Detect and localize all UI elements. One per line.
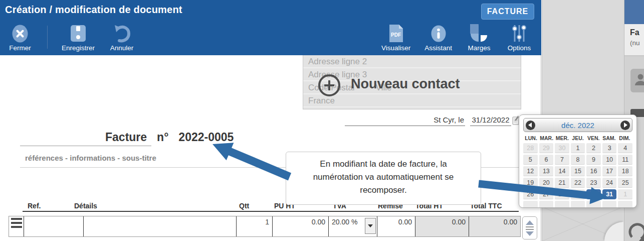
tva-dropdown-button[interactable] <box>365 218 376 234</box>
contact-sidebar-button[interactable] <box>630 69 644 92</box>
calendar-day[interactable]: 17 <box>602 166 617 176</box>
toolbar-separator <box>47 26 48 49</box>
dow-label: MER. <box>554 135 570 141</box>
close-button[interactable]: Fermer <box>7 24 33 52</box>
calendar-day[interactable]: 23 <box>586 178 601 188</box>
calendar-day[interactable] <box>555 201 569 208</box>
calendar-day[interactable]: 29 <box>539 143 554 153</box>
calendar-day[interactable]: 16 <box>586 166 601 176</box>
address-line2-field[interactable]: Adresse ligne 2 <box>303 55 521 68</box>
total-ht-cell: 0.00 <box>415 216 469 236</box>
calendar-day[interactable]: 5 <box>523 155 538 165</box>
new-contact-button[interactable]: Nouveau contact <box>303 73 522 105</box>
spinner-down-icon[interactable] <box>526 231 534 236</box>
calendar-day[interactable] <box>586 201 601 208</box>
doc-type-label: Facture <box>105 131 147 144</box>
remise-cell[interactable]: 0.00 <box>377 216 415 236</box>
calendar-day[interactable]: 7 <box>555 155 569 165</box>
calendar-day[interactable]: 10 <box>602 155 617 165</box>
calendar-day[interactable]: 8 <box>571 155 585 165</box>
calendar-day[interactable]: 22 <box>571 178 585 188</box>
invoice-date-input[interactable]: 31/12/2022 <box>470 115 511 126</box>
hint-tooltip: En modifiant la date de facture, la numé… <box>286 152 481 205</box>
dow-label: DIM. <box>617 135 632 141</box>
calendar-day[interactable]: 20 <box>539 178 554 188</box>
calendar-day[interactable] <box>602 201 617 208</box>
calendar-day[interactable]: 31 <box>602 189 617 199</box>
calendar-day[interactable]: 6 <box>539 155 554 165</box>
preview-button[interactable]: PDF Visualiser <box>381 24 410 52</box>
options-label: Options <box>508 44 531 52</box>
calendar-day[interactable] <box>523 201 538 208</box>
calendar-grid: 2829301234567891011121314151617181920212… <box>523 143 632 208</box>
calendar-day[interactable]: 2 <box>586 143 601 153</box>
calendar-day[interactable]: 1 <box>571 143 585 153</box>
calendar-day[interactable]: 1 <box>618 189 632 199</box>
calendar-day[interactable]: 18 <box>618 166 632 176</box>
options-button[interactable]: Options <box>506 24 532 52</box>
save-button[interactable]: Enregistrer <box>62 24 95 52</box>
preview-label: Visualiser <box>381 44 410 52</box>
dow-label: JEU. <box>570 135 585 141</box>
ref-cell[interactable] <box>24 216 83 236</box>
calendar-day[interactable]: 26 <box>523 189 538 199</box>
calendar-day[interactable]: 30 <box>555 143 569 153</box>
calendar-day[interactable]: 28 <box>555 189 569 199</box>
screen: Fa (nu Création / modification de docume… <box>0 0 644 241</box>
save-icon <box>70 24 87 43</box>
calendar-day[interactable]: 21 <box>555 178 569 188</box>
row-spinner[interactable] <box>522 216 537 239</box>
calendar-day[interactable]: 13 <box>539 166 554 176</box>
next-month-button[interactable] <box>620 120 630 130</box>
place-input[interactable]: St Cyr, le <box>345 115 465 126</box>
table-row: 1 0.00 20.00 % 0.00 0.00 0.00 <box>9 216 521 237</box>
tva-cell[interactable]: 20.00 % <box>328 216 377 236</box>
calendar-day[interactable]: 29 <box>571 189 585 199</box>
margins-button[interactable]: Marges <box>466 24 492 52</box>
calendar-day[interactable]: 25 <box>618 178 632 188</box>
undo-button[interactable]: Annuler <box>109 24 135 52</box>
dow-label: MAR. <box>539 135 554 141</box>
qtt-cell[interactable]: 1 <box>236 216 272 236</box>
calendar-day[interactable]: 14 <box>555 166 569 176</box>
spinner-up-icon[interactable] <box>526 220 534 225</box>
dow-label: VEN. <box>586 135 601 141</box>
assistant-button[interactable]: Assistant <box>424 24 452 52</box>
subtitle-input[interactable]: références - informations - sous-titre <box>25 154 156 162</box>
sidebar-info-panel: Fa (nu <box>624 24 644 55</box>
header-ref: Ref. <box>28 202 41 210</box>
new-contact-label: Nouveau contact <box>351 76 460 92</box>
calendar-day[interactable]: 19 <box>523 178 538 188</box>
calendar-day[interactable]: 15 <box>571 166 585 176</box>
calendar-day[interactable]: 28 <box>523 143 538 153</box>
doc-type-button[interactable]: FACTURE <box>481 4 534 20</box>
details-cell[interactable] <box>83 216 236 236</box>
drag-handle-icon[interactable] <box>9 218 24 228</box>
refresh-button[interactable] <box>628 223 644 241</box>
calendar-day[interactable] <box>571 201 585 208</box>
sidebar-header <box>624 0 644 24</box>
calendar-day[interactable]: 24 <box>602 178 617 188</box>
calendar-day[interactable]: 4 <box>618 143 632 153</box>
pu-ht-cell[interactable]: 0.00 <box>272 216 328 236</box>
dow-label: SAM. <box>601 135 617 141</box>
calendar-day[interactable]: 11 <box>618 155 632 165</box>
sidebar-title: Fa <box>630 28 639 37</box>
margins-label: Marges <box>468 44 490 52</box>
hint-text: En modifiant la date de facture, la numé… <box>286 152 481 204</box>
document-number: 2022-0005 <box>178 131 234 144</box>
calendar-month-label: déc. 2022 <box>561 121 594 130</box>
calendar-day[interactable]: 12 <box>523 166 538 176</box>
calendar-day[interactable] <box>618 201 632 208</box>
document-title[interactable]: Facture n° 2022-0005 <box>105 131 234 144</box>
document-editor-window: Création / modification de document FACT… <box>0 0 541 241</box>
pdf-icon: PDF <box>388 24 404 43</box>
calendar-day[interactable] <box>539 201 554 208</box>
calendar-day[interactable]: 9 <box>586 155 601 165</box>
calendar-day[interactable]: 30 <box>586 189 601 199</box>
prev-month-button[interactable] <box>526 120 535 130</box>
calendar-day[interactable]: 3 <box>602 143 617 153</box>
toolbar-left: Fermer Enregistrer Annuler <box>7 24 135 52</box>
assistant-label: Assistant <box>424 44 452 52</box>
calendar-day[interactable]: 27 <box>539 189 554 199</box>
